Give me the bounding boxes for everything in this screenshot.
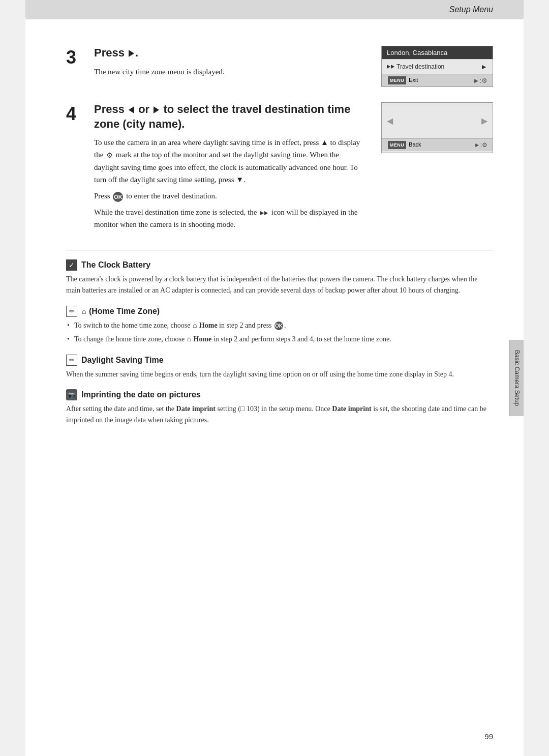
step-4-body2b: to enter the travel destination. [126, 192, 217, 200]
note-home-section: ⌂ (Home Time Zone) To switch to the home… [66, 306, 493, 345]
camera-ui-header: London, Casablanca [382, 46, 493, 59]
note-daylight-body: When the summer saving time begins or en… [66, 369, 493, 380]
step-4-body1: To use the camera in an area where dayli… [94, 136, 361, 186]
exit-label: Exit [409, 77, 418, 83]
camera-ui-2: ◀ ▶ MENU Back ►:⚙ [381, 102, 493, 153]
note-home-item-1: To switch to the home time zone, choose … [66, 320, 493, 332]
ref-103: □ 103 [240, 405, 257, 413]
left-arrow-small-icon: ◀ [387, 116, 393, 126]
note-imprint-title: Imprinting the date on pictures [81, 390, 201, 399]
right-arrow-icon [129, 50, 134, 57]
travel-dest-label: Travel destination [396, 63, 444, 70]
center-space [436, 117, 438, 124]
step-4-body2: Press OK to enter the travel destination… [94, 190, 361, 202]
side-tab: Basic Camera Setup [509, 340, 524, 416]
left-arrow-icon [129, 106, 134, 113]
note-imprint-section: Imprinting the date on pictures After se… [66, 389, 493, 426]
step-4-content: Press or to select the travel destinatio… [94, 102, 371, 235]
row-arrow-right-icon: ► [480, 63, 487, 71]
step-3-number: 3 [66, 46, 94, 87]
arrow-part1-icon [387, 65, 390, 69]
note-imprint-body: After setting the date and time, set the… [66, 403, 493, 426]
step-4-number: 4 [66, 102, 94, 125]
home-icon-2: ⌂ [193, 320, 197, 331]
note-home-title: ⌂ (Home Time Zone) [81, 307, 160, 316]
menu-label: MENU Exit [387, 76, 418, 84]
travel-dest-icon-2 [260, 211, 268, 215]
pencil-icon [66, 306, 77, 317]
camera-ui-row: Travel destination ► [382, 59, 493, 74]
step-3-section: 3 Press . The new city time zone menu is… [66, 46, 493, 87]
note-home-header: ⌂ (Home Time Zone) [66, 306, 493, 317]
top-bar-title: Setup Menu [449, 5, 493, 14]
note-daylight-section: Daylight Saving Time When the summer sav… [66, 355, 493, 380]
camera-ui-2-inner: ◀ ▶ [382, 103, 493, 138]
note-home-title-text: (Home Time Zone) [89, 307, 160, 315]
divider-1 [66, 250, 493, 250]
note-daylight-title: Daylight Saving Time [81, 356, 164, 365]
camera-ui-bottom: MENU Exit ►:⚙ [382, 74, 493, 86]
arr1-icon [260, 211, 264, 215]
home-icon: ⌂ [82, 307, 86, 315]
note-imprint-header: Imprinting the date on pictures [66, 389, 493, 400]
menu-icon-2: MENU [388, 141, 406, 149]
date-imprint-bold-1: Date imprint [176, 405, 216, 413]
body3-pre: While the travel destination time zone i… [94, 208, 257, 216]
step-4-body1b: mark at the top of the monitor and set t… [94, 151, 358, 184]
note-clock-header: The Clock Battery [66, 259, 493, 271]
page-container: Setup Menu Basic Camera Setup 3 Press . … [25, 0, 524, 756]
menu-icon: MENU [388, 76, 406, 84]
step-4-body3: While the travel destination time zone i… [94, 206, 361, 230]
step-3-image: London, Casablanca Travel destination ► [381, 46, 493, 87]
right-icon-bottom: ►:⚙ [473, 77, 487, 84]
note-home-list: To switch to the home time zone, choose … [66, 320, 493, 345]
side-tab-label: Basic Camera Setup [513, 350, 521, 406]
step-3-content: Press . The new city time zone menu is d… [94, 46, 371, 87]
page-number: 99 [484, 732, 493, 741]
note-clock-title: The Clock Battery [81, 260, 150, 270]
camera-ui-1: London, Casablanca Travel destination ► [381, 46, 493, 87]
home-icon-3: ⌂ [187, 334, 191, 345]
step-4-image: ◀ ▶ MENU Back ►:⚙ [381, 102, 493, 153]
pencil-icon-2 [66, 355, 77, 366]
step-3-body: The new city time zone menu is displayed… [94, 66, 361, 78]
menu-back-label: MENU Back [387, 141, 421, 149]
travel-dest-icon [387, 65, 394, 69]
ok-icon: OK [113, 192, 123, 202]
camera-ui-label: Travel destination [387, 63, 480, 70]
content-area: 3 Press . The new city time zone menu is… [66, 46, 493, 426]
arr2-icon [264, 211, 268, 215]
date-imprint-bold-2: Date imprint [332, 405, 371, 413]
arrow-part2-icon [391, 65, 394, 69]
colon-icon: ►:⚙ [473, 77, 487, 84]
back-label: Back [409, 141, 421, 148]
checkmark-icon [66, 259, 77, 271]
step-4-section: 4 Press or to select the travel destinat… [66, 102, 493, 235]
note-clock-section: The Clock Battery The camera's clock is … [66, 259, 493, 297]
right-arrow-small-icon: ▶ [481, 116, 487, 126]
press-label: Press [94, 192, 110, 200]
note-daylight-header: Daylight Saving Time [66, 355, 493, 366]
ok-gear-icon: ►:⚙ [474, 141, 487, 149]
camera-icon [66, 389, 77, 400]
right-arrow-icon-2 [154, 106, 159, 113]
note-home-item-2: To change the home time zone, choose ⌂ H… [66, 334, 493, 345]
step-3-title: Press . [94, 46, 361, 61]
note-clock-body: The camera's clock is powered by a clock… [66, 274, 493, 297]
camera-ui-2-bottom: MENU Back ►:⚙ [382, 138, 493, 151]
ok-icon-2: OK [274, 322, 283, 330]
step-4-title: Press or to select the travel destinatio… [94, 102, 361, 131]
top-bar: Setup Menu [25, 0, 524, 19]
gear-icon: ⚙ [106, 150, 113, 161]
